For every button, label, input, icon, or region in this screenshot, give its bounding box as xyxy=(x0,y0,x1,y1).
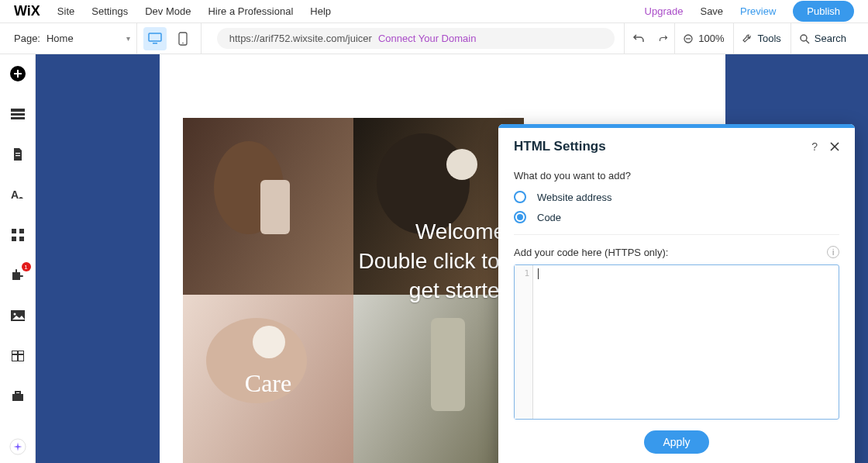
apply-button[interactable]: Apply xyxy=(644,430,708,454)
wrench-icon xyxy=(742,33,753,44)
image-grid[interactable]: Care xyxy=(183,118,524,463)
svg-point-6 xyxy=(801,35,807,41)
divider xyxy=(136,23,137,54)
connect-domain-link[interactable]: Connect Your Domain xyxy=(378,33,476,44)
add-question-label: What do you want to add? xyxy=(514,170,839,181)
pages-button[interactable] xyxy=(9,146,26,163)
notification-badge: 1 xyxy=(22,262,31,271)
divider xyxy=(514,234,839,235)
card-text: Care xyxy=(245,369,291,398)
menu-settings[interactable]: Settings xyxy=(91,5,128,17)
preview-button[interactable]: Preview xyxy=(740,5,776,17)
design-button[interactable]: A xyxy=(9,186,26,203)
page-label: Page: xyxy=(14,33,40,44)
search-button[interactable]: Search xyxy=(790,23,854,54)
left-rail: A 1 xyxy=(0,54,36,463)
page-name: Home xyxy=(46,33,74,44)
data-button[interactable] xyxy=(9,347,26,365)
add-button[interactable] xyxy=(9,65,26,82)
undo-button[interactable] xyxy=(624,23,653,54)
search-label: Search xyxy=(815,33,846,44)
briefcase-icon xyxy=(12,391,24,402)
close-icon xyxy=(830,142,839,151)
tools-label: Tools xyxy=(757,33,780,44)
code-textarea[interactable] xyxy=(533,265,839,419)
svg-rect-27 xyxy=(16,392,20,394)
redo-button[interactable] xyxy=(654,23,673,54)
svg-point-22 xyxy=(13,313,16,316)
addons-button[interactable]: 1 xyxy=(9,267,26,284)
plus-circle-icon xyxy=(9,65,26,82)
table-icon xyxy=(12,351,24,361)
editor-canvas[interactable]: Care Welcome Double click to select get … xyxy=(36,54,868,463)
business-button[interactable] xyxy=(9,388,26,405)
image-cell-1 xyxy=(183,118,353,295)
undo-icon xyxy=(632,33,645,45)
image-icon xyxy=(11,310,25,321)
radio-selected-icon xyxy=(514,211,526,223)
tools-button[interactable]: Tools xyxy=(733,23,788,54)
media-button[interactable] xyxy=(9,307,26,324)
url-bar[interactable]: https://arif752.wixsite.com/juicer Conne… xyxy=(217,28,615,49)
page-selector[interactable]: Home ▾ xyxy=(46,33,130,44)
html-settings-panel: HTML Settings ? What do you want to add?… xyxy=(498,124,855,463)
menu-hire[interactable]: Hire a Professional xyxy=(208,5,293,17)
mobile-icon xyxy=(178,32,188,46)
svg-rect-15 xyxy=(16,155,20,156)
upgrade-link[interactable]: Upgrade xyxy=(645,5,684,17)
panel-title: HTML Settings xyxy=(514,139,606,154)
menu-help[interactable]: Help xyxy=(310,5,331,17)
code-editor[interactable]: 1 xyxy=(514,264,839,420)
radio-website-address[interactable]: Website address xyxy=(514,191,839,203)
svg-rect-11 xyxy=(11,109,25,112)
page-icon xyxy=(12,147,23,161)
zoom-icon xyxy=(683,33,694,44)
publish-button[interactable]: Publish xyxy=(793,1,854,22)
sparkle-icon xyxy=(9,437,26,456)
panel-help-button[interactable]: ? xyxy=(811,140,818,153)
svg-rect-26 xyxy=(12,394,23,401)
zoom-value: 100% xyxy=(698,33,724,44)
svg-rect-13 xyxy=(11,117,25,119)
panel-close-button[interactable] xyxy=(830,142,839,151)
svg-text:A: A xyxy=(11,188,19,201)
svg-rect-17 xyxy=(12,229,16,233)
ai-button[interactable] xyxy=(9,438,26,455)
redo-icon xyxy=(659,33,668,45)
image-cell-3: Care xyxy=(183,295,353,463)
puzzle-icon xyxy=(11,268,25,282)
radio-code-label: Code xyxy=(537,212,561,223)
menu-devmode[interactable]: Dev Mode xyxy=(145,5,191,17)
apps-button[interactable] xyxy=(9,226,26,244)
desktop-icon xyxy=(148,33,162,45)
svg-rect-1 xyxy=(153,43,157,44)
grid-icon xyxy=(12,229,24,241)
chevron-down-icon: ▾ xyxy=(126,34,130,43)
svg-rect-14 xyxy=(16,153,20,154)
svg-point-3 xyxy=(182,42,184,43)
divider xyxy=(201,23,202,54)
zoom-control[interactable]: 100% xyxy=(674,23,732,54)
code-label: Add your code here (HTTPS only): xyxy=(514,247,668,258)
sections-button[interactable] xyxy=(9,105,26,123)
design-icon: A xyxy=(11,188,25,202)
desktop-view-button[interactable] xyxy=(143,27,167,50)
menu-site[interactable]: Site xyxy=(57,5,74,17)
svg-line-7 xyxy=(806,40,809,43)
radio-website-label: Website address xyxy=(537,192,612,203)
radio-code[interactable]: Code xyxy=(514,211,839,223)
radio-unselected-icon xyxy=(514,191,526,203)
svg-rect-12 xyxy=(11,113,25,116)
svg-rect-18 xyxy=(19,229,24,233)
mobile-view-button[interactable] xyxy=(171,27,195,50)
section-icon xyxy=(11,109,25,119)
line-gutter: 1 xyxy=(515,265,533,419)
info-icon[interactable]: i xyxy=(827,246,839,258)
svg-rect-0 xyxy=(149,33,161,41)
search-icon xyxy=(799,33,810,44)
svg-rect-20 xyxy=(19,237,24,241)
svg-rect-19 xyxy=(12,237,16,241)
save-button[interactable]: Save xyxy=(700,5,723,17)
wix-logo[interactable]: WiX xyxy=(14,3,40,19)
site-url: https://arif752.wixsite.com/juicer xyxy=(229,33,372,44)
